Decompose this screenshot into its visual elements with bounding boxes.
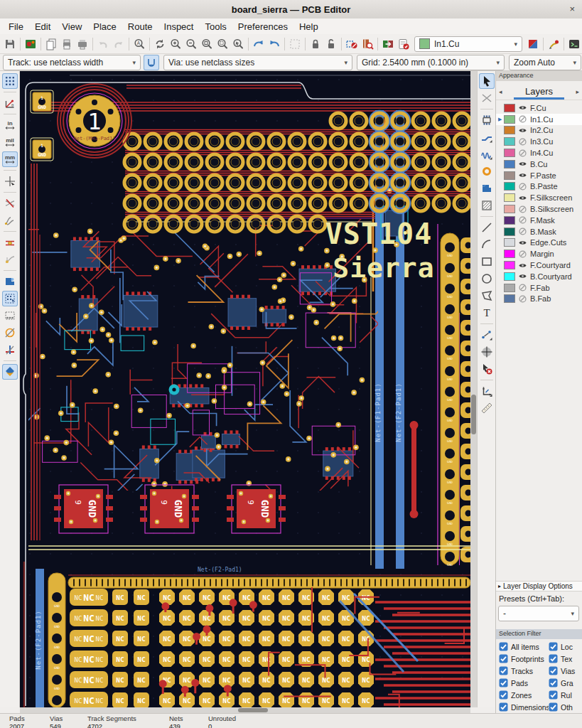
add-dimension-icon[interactable] [479,327,495,343]
refresh-icon[interactable] [152,36,168,52]
layer-hidden-icon[interactable] [518,283,527,292]
layer-visible-eye-icon[interactable] [518,261,527,270]
rotate-cw-icon[interactable] [266,36,282,52]
layer-color-swatch[interactable] [504,126,515,134]
filter-rul[interactable]: Rul [549,690,582,700]
draw-line-icon[interactable] [479,220,495,235]
filter-zones[interactable]: Zones [496,690,549,700]
tune-length-icon[interactable] [479,146,495,162]
layer-hidden-icon[interactable] [518,294,527,304]
menu-tools[interactable]: Tools [199,20,232,33]
rule-area-icon[interactable] [479,198,495,213]
draw-arc-icon[interactable] [479,237,495,252]
presets-selector[interactable]: - ▾ [498,606,579,621]
grid-selector[interactable]: Grid: 2.5400 mm (0.1000 in) ▾ [357,55,505,70]
filter-dimensions[interactable]: Dimensions [496,702,549,712]
layer-row-b-courtyard[interactable]: B.Courtyard [496,271,582,282]
tab-scroll-right-icon[interactable]: ▸ [576,88,579,100]
route-tracks-icon[interactable] [479,129,495,145]
polar-coords-icon[interactable]: θ [2,95,18,111]
zoom-objects-icon[interactable] [215,36,230,52]
layer-visible-eye-icon[interactable] [518,159,527,168]
layer-color-swatch[interactable] [504,272,515,281]
layer-hidden-icon[interactable] [518,182,527,191]
layer-row-margin[interactable]: Margin [496,248,582,259]
add-text-icon[interactable]: T [479,305,495,321]
find-icon[interactable]: A [131,36,147,52]
delete-tool-icon[interactable] [479,361,495,377]
layer-hidden-icon[interactable] [518,250,527,259]
layer-color-swatch[interactable] [504,160,515,168]
layer-color-swatch[interactable] [504,294,515,303]
add-via-icon[interactable] [479,164,495,179]
undo-icon[interactable] [95,36,111,52]
local-ratsnest-icon[interactable] [479,90,495,106]
board-setup-icon[interactable] [23,36,38,52]
filter-pads[interactable]: Pads [496,678,549,687]
layer-row-edge-cuts[interactable]: Edge.Cuts [496,237,582,249]
tab-scroll-left-icon[interactable]: ◂ [499,88,502,100]
draw-polygon-icon[interactable] [479,288,495,304]
zoom-in-icon[interactable] [168,36,183,52]
swap-footprints-icon[interactable] [344,36,360,52]
zone-filled-icon[interactable] [2,274,18,289]
layer-hidden-icon[interactable] [518,227,527,236]
select-tool-icon[interactable] [479,73,495,89]
tab-layers[interactable]: Layers [514,85,564,100]
layer-color-swatch[interactable] [504,115,515,124]
filter-all-items[interactable]: All items [496,642,549,651]
via-size-selector[interactable]: Via: use netclass sizes ▾ [163,55,352,70]
unconnected-mode-icon[interactable] [2,252,18,267]
menu-place[interactable]: Place [87,20,122,33]
layer-color-swatch[interactable] [504,228,515,236]
clearance-mode-icon[interactable] [2,235,18,250]
draw-rect-icon[interactable] [479,254,495,269]
draw-circle-icon[interactable] [479,271,495,287]
layer-row-in2-cu[interactable]: In2.Cu [496,125,582,136]
layer-row-b-fab[interactable]: B.Fab [496,294,582,305]
zone-outline-icon[interactable] [2,308,18,323]
layer-row-b-cu[interactable]: B.Cu [496,159,582,170]
save-icon[interactable] [2,36,18,52]
zoom-selector[interactable]: Zoom Auto ▾ [509,55,581,70]
zoom-fit-icon[interactable] [199,36,215,52]
layer-row-in3-cu[interactable]: In3.Cu [496,136,582,147]
layer-row-b-paste[interactable]: B.Paste [496,181,582,193]
vertical-scrollbar[interactable] [470,71,477,707]
page-settings-icon[interactable] [43,36,59,52]
highlight-net-icon[interactable] [546,36,561,52]
layer-visible-eye-icon[interactable] [518,171,527,180]
layer-row-f-silkscreen[interactable]: F.Silkscreen [496,192,582,203]
layer-row-in1-cu[interactable]: ▶In1.Cu [496,114,582,125]
grid-dots-icon[interactable] [2,73,18,89]
layer-color-swatch[interactable] [504,193,515,202]
layer-color-swatch[interactable] [504,149,515,157]
zoom-selection-icon[interactable] [230,36,246,52]
layer-selector[interactable]: In1.Cu ▾ [414,36,522,52]
layer-hidden-icon[interactable] [518,149,527,158]
filter-gra[interactable]: Gra [549,678,582,687]
layer-color-swatch[interactable] [504,137,515,146]
layer-row-f-fab[interactable]: F.Fab [496,282,582,294]
pcb-canvas[interactable]: 1Net-(MH1-Pad1)1GND1GNDVST104SierraGNDGN… [20,71,470,707]
appearance-toggle-icon[interactable] [2,364,18,380]
vertical-scrollbar-thumb[interactable] [471,395,476,434]
layer-visible-eye-icon[interactable] [518,126,527,135]
layer-color-swatch[interactable] [504,104,515,112]
layer-row-in4-cu[interactable]: In4.Cu [496,147,582,159]
plot-icon[interactable] [75,36,90,52]
zoom-out-icon[interactable] [183,36,199,52]
layer-row-f-mask[interactable]: F.Mask [496,215,582,226]
pad-sketch-icon[interactable] [2,325,18,341]
close-button[interactable]: × [569,4,575,14]
units-mil-icon[interactable]: mil [2,134,18,150]
rotate-ccw-icon[interactable] [251,36,266,52]
horizontal-scrollbar-thumb[interactable] [238,708,268,712]
units-mm-icon[interactable]: mm [2,151,18,167]
zone-pattern-icon[interactable] [2,291,18,306]
filter-tex[interactable]: Tex [549,654,582,663]
track-width-selector[interactable]: Track: use netclass width ▾ [3,55,141,70]
menu-view[interactable]: View [56,20,87,33]
layer-color-swatch[interactable] [504,182,515,191]
layer-visible-eye-icon[interactable] [518,193,527,203]
